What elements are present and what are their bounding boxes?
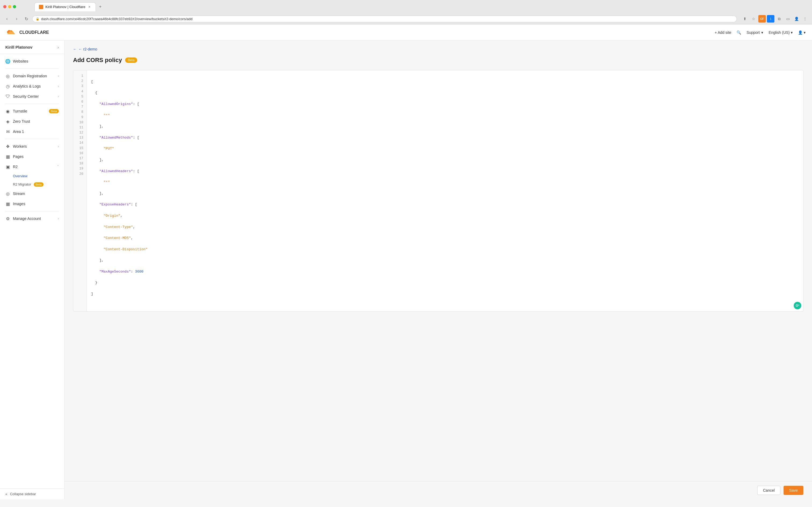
forward-button[interactable]: › (13, 15, 20, 22)
minimize-window-button[interactable] (8, 5, 11, 8)
line-num-6: 6 (73, 99, 86, 105)
security-chevron-icon: › (58, 95, 59, 98)
sidebar-user-name: Kirill Platonov (5, 45, 33, 49)
line-num-7: 7 (73, 105, 86, 110)
sidebar-item-stream[interactable]: ◎ Stream (0, 188, 64, 199)
code-line-7: "PUT" (91, 146, 799, 152)
add-site-button[interactable]: + Add site (714, 30, 731, 35)
collapse-icon: « (5, 492, 7, 496)
content-inner: ← ← r2-demo Add CORS policy Beta 1 2 (64, 41, 812, 481)
cloudflare-logo[interactable]: CLOUDFLARE (6, 27, 49, 38)
code-line-20: ] (91, 291, 799, 297)
back-button[interactable]: ‹ (3, 15, 11, 22)
sidebar-item-stream-label: Stream (13, 191, 59, 196)
1password-extension-icon[interactable]: 1 (767, 15, 774, 22)
content: ← ← r2-demo Add CORS policy Beta 1 2 (64, 41, 812, 499)
code-line-15: "Content-MD5", (91, 235, 799, 241)
user-profile-icon[interactable]: 👤 (793, 15, 800, 22)
sidebar-toggle-icon[interactable]: ▭ (784, 15, 792, 22)
content-footer: Cancel Save (64, 481, 812, 499)
main-layout: Kirill Platonov › 🌐 Websites ◎ Domain Re… (0, 41, 812, 499)
maximize-window-button[interactable] (13, 5, 16, 8)
language-label: English (US) (768, 30, 790, 35)
topbar: CLOUDFLARE + Add site 🔍 Support ▾ Englis… (0, 24, 812, 41)
r2-icon: ▣ (5, 164, 10, 169)
sidebar: Kirill Platonov › 🌐 Websites ◎ Domain Re… (0, 41, 64, 499)
code-line-9: "AllowedHeaders": [ (91, 169, 799, 174)
support-chevron-icon: ▾ (761, 30, 763, 35)
menu-icon[interactable]: ⋮ (801, 15, 809, 22)
stream-icon: ◎ (5, 191, 10, 196)
sidebar-item-analytics-logs[interactable]: ◷ Analytics & Logs › (0, 81, 64, 91)
sidebar-item-analytics-label: Analytics & Logs (13, 84, 55, 88)
puzzle-icon[interactable]: ⧉ (775, 15, 783, 22)
bookmark-icon[interactable]: ☆ (750, 15, 757, 22)
browser-title-bar: Kirill Platonov | Cloudflare ✕ + (0, 0, 812, 13)
collapse-sidebar-button[interactable]: « Collapse sidebar (0, 489, 64, 499)
sidebar-item-r2[interactable]: ▣ R2 ˄ (0, 162, 64, 172)
save-button[interactable]: Save (784, 486, 803, 495)
manage-account-icon: ⚙ (5, 216, 10, 221)
page-title: Add CORS policy (73, 57, 122, 64)
browser-tab[interactable]: Kirill Platonov | Cloudflare ✕ (35, 2, 96, 11)
cancel-button[interactable]: Cancel (757, 486, 780, 495)
sidebar-header: Kirill Platonov › (0, 41, 64, 54)
sidebar-item-pages[interactable]: ▦ Pages (0, 152, 64, 162)
new-tab-button[interactable]: + (97, 2, 104, 11)
line-num-5: 5 (73, 94, 86, 99)
sidebar-item-workers[interactable]: ❖ Workers › (0, 141, 64, 152)
sidebar-item-domain-registration[interactable]: ◎ Domain Registration › (0, 71, 64, 81)
sidebar-item-security-label: Security Center (13, 94, 55, 99)
sidebar-expand-icon[interactable]: › (57, 45, 59, 49)
sidebar-item-websites-label: Websites (13, 59, 59, 63)
user-menu-button[interactable]: 👤 ▾ (798, 30, 806, 35)
share-icon[interactable]: ⬆ (741, 15, 749, 22)
code-line-13: "Origin", (91, 213, 799, 219)
images-icon: ▦ (5, 202, 10, 206)
code-content[interactable]: [ { "AllowedOrigins": [ "*" ], "AllowedM… (87, 70, 803, 311)
cloudflare-logo-icon (6, 27, 17, 38)
sidebar-item-security-center[interactable]: 🛡 Security Center › (0, 91, 64, 102)
close-window-button[interactable] (3, 5, 6, 8)
sidebar-item-images[interactable]: ▦ Images (0, 199, 64, 209)
sidebar-subitem-overview[interactable]: Overview (13, 172, 64, 180)
cloudflare-extension-icon[interactable]: CF (758, 15, 766, 22)
line-num-2: 2 (73, 79, 86, 84)
security-icon: 🛡 (5, 94, 10, 99)
sidebar-subitem-r2-migrator[interactable]: R2 Migrator Beta (13, 180, 64, 188)
reload-button[interactable]: ↻ (22, 15, 30, 22)
line-num-1: 1 (73, 73, 86, 79)
domain-registration-chevron-icon: › (58, 74, 59, 78)
sidebar-user[interactable]: Kirill Platonov (5, 45, 33, 49)
sidebar-item-zero-trust-label: Zero Trust (13, 119, 59, 123)
user-menu-chevron-icon: ▾ (804, 30, 806, 35)
support-button[interactable]: Support ▾ (747, 30, 763, 35)
sidebar-item-manage-account[interactable]: ⚙ Manage Account › (0, 214, 64, 224)
line-num-15: 15 (73, 146, 86, 151)
tab-close-button[interactable]: ✕ (88, 5, 91, 9)
turnstile-icon: ◉ (5, 109, 10, 114)
browser-chrome: Kirill Platonov | Cloudflare ✕ + ‹ › ↻ 🔒… (0, 0, 812, 24)
code-line-17: ], (91, 258, 799, 264)
code-line-12: "ExposeHeaders": [ (91, 202, 799, 208)
tab-title: Kirill Platonov | Cloudflare (45, 5, 85, 9)
line-num-19: 19 (73, 166, 86, 171)
code-line-16: "Content-Disposition" (91, 247, 799, 252)
sidebar-divider-2 (5, 104, 59, 104)
sidebar-item-zero-trust[interactable]: ◈ Zero Trust (0, 116, 64, 126)
sidebar-item-turnstile[interactable]: ◉ Turnstile Beta (0, 106, 64, 116)
code-editor-inner: 1 2 3 4 5 6 7 8 9 10 11 (73, 70, 803, 311)
address-input[interactable]: 🔒 dash.cloudflare.com/ce46cdc20f7caaea46… (32, 15, 737, 22)
code-line-11: ], (91, 191, 799, 196)
sidebar-item-domain-registration-label: Domain Registration (13, 74, 55, 78)
code-line-18: "MaxAgeSeconds": 3600 (91, 269, 799, 275)
sidebar-item-websites[interactable]: 🌐 Websites (0, 56, 64, 66)
code-editor[interactable]: 1 2 3 4 5 6 7 8 9 10 11 (73, 70, 803, 312)
search-button[interactable]: 🔍 (737, 30, 741, 35)
code-line-14: "Content-Type", (91, 225, 799, 230)
breadcrumb[interactable]: ← ← r2-demo (73, 47, 803, 51)
code-line-5: ], (91, 124, 799, 129)
language-button[interactable]: English (US) ▾ (768, 30, 793, 35)
line-num-14: 14 (73, 140, 86, 146)
sidebar-item-area-1[interactable]: ✉ Area 1 (0, 126, 64, 137)
